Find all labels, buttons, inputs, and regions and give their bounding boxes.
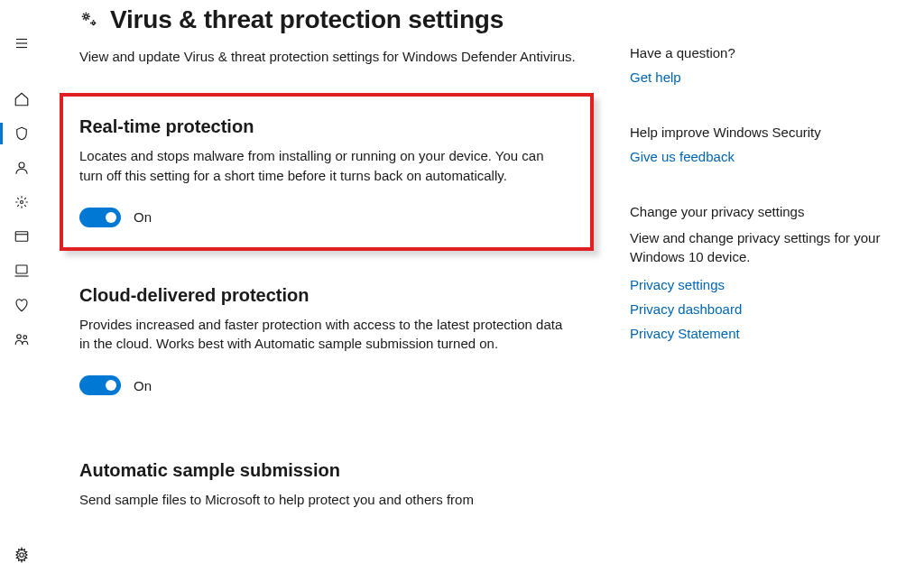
- section-auto-sample: Automatic sample submission Send sample …: [79, 448, 594, 548]
- svg-point-10: [23, 336, 27, 339]
- privacy-settings-link[interactable]: Privacy settings: [630, 277, 901, 292]
- side-desc: View and change privacy settings for you…: [630, 228, 901, 266]
- nav-account-protection[interactable]: [4, 152, 40, 184]
- section-title: Automatic sample submission: [79, 460, 567, 481]
- cloud-toggle[interactable]: [79, 375, 121, 395]
- side-heading: Have a question?: [630, 45, 901, 60]
- account-icon: [14, 160, 30, 176]
- main-column: Virus & threat protection settings View …: [79, 0, 630, 582]
- toggle-row: On: [79, 375, 567, 395]
- toggle-row: On: [79, 208, 565, 227]
- svg-rect-7: [16, 265, 27, 273]
- side-heading: Help improve Windows Security: [630, 125, 901, 140]
- family-icon: [14, 331, 30, 347]
- svg-point-9: [17, 335, 22, 339]
- svg-point-3: [19, 162, 24, 168]
- section-title: Cloud-delivered protection: [79, 285, 567, 306]
- page-subtitle: View and update Virus & threat protectio…: [79, 47, 585, 66]
- menu-icon: [14, 35, 30, 51]
- get-help-link[interactable]: Get help: [630, 69, 901, 85]
- app-browser-icon: [14, 228, 30, 245]
- nav-virus-threat[interactable]: [4, 117, 40, 150]
- svg-point-11: [20, 553, 24, 558]
- page: Virus & threat protection settings View …: [43, 0, 924, 582]
- nav-rail: [0, 0, 43, 582]
- svg-point-4: [21, 201, 23, 204]
- section-cloud-protection: Cloud-delivered protection Provides incr…: [79, 273, 594, 412]
- side-block-privacy: Change your privacy settings View and ch…: [630, 204, 901, 341]
- nav-home[interactable]: [4, 83, 40, 115]
- nav-device-security[interactable]: [4, 254, 40, 287]
- privacy-statement-link[interactable]: Privacy Statement: [630, 326, 901, 341]
- section-title: Real-time protection: [79, 116, 565, 137]
- toggle-label: On: [134, 209, 152, 225]
- section-desc: Send sample files to Microsoft to help p…: [79, 490, 567, 510]
- toggle-label: On: [134, 378, 152, 393]
- nav-app-browser[interactable]: [4, 220, 40, 253]
- device-health-icon: [14, 297, 30, 313]
- side-heading: Change your privacy settings: [630, 204, 901, 219]
- realtime-toggle[interactable]: [79, 208, 121, 227]
- nav-menu[interactable]: [4, 27, 40, 60]
- home-icon: [14, 91, 30, 107]
- svg-rect-5: [15, 232, 28, 242]
- nav-firewall[interactable]: [4, 186, 40, 218]
- device-security-icon: [14, 263, 30, 279]
- section-desc: Locates and stops malware from installin…: [79, 146, 565, 186]
- privacy-dashboard-link[interactable]: Privacy dashboard: [630, 301, 901, 317]
- side-block-improve: Help improve Windows Security Give us fe…: [630, 125, 901, 164]
- page-header: Virus & threat protection settings: [79, 5, 594, 34]
- nav-family[interactable]: [4, 323, 40, 356]
- svg-point-12: [85, 14, 88, 18]
- svg-point-13: [92, 22, 95, 24]
- page-title: Virus & threat protection settings: [110, 5, 504, 34]
- settings-icon: [14, 547, 30, 563]
- nav-device-health[interactable]: [4, 289, 40, 321]
- shield-icon: [14, 125, 30, 142]
- firewall-icon: [14, 194, 30, 210]
- nav-settings[interactable]: [4, 539, 40, 571]
- side-column: Have a question? Get help Help improve W…: [630, 0, 901, 582]
- section-realtime-protection: Real-time protection Locates and stops m…: [60, 93, 594, 251]
- side-block-question: Have a question? Get help: [630, 45, 901, 85]
- feedback-link[interactable]: Give us feedback: [630, 149, 901, 164]
- header-gears-icon: [79, 9, 99, 32]
- section-desc: Provides increased and faster protection…: [79, 315, 567, 355]
